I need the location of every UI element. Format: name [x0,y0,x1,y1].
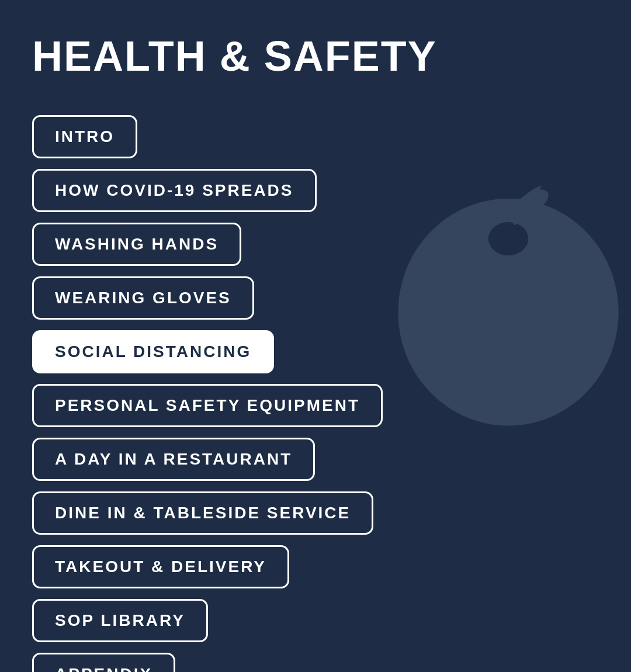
page-container: HEALTH & SAFETY INTROHOW COVID-19 SPREAD… [0,0,631,672]
nav-item-social-distancing[interactable]: SOCIAL DISTANCING [32,330,274,373]
nav-item-sop-library[interactable]: SOP LIBRARY [32,599,208,642]
nav-item-intro[interactable]: INTRO [32,115,137,158]
nav-item-dine-in-tableside-service[interactable]: DINE IN & TABLESIDE SERVICE [32,491,373,535]
nav-item-washing-hands[interactable]: WASHING HANDS [32,223,241,266]
nav-item-how-covid-spreads[interactable]: HOW COVID-19 SPREADS [32,169,317,212]
page-title: HEALTH & SAFETY [32,32,599,80]
page-header: HEALTH & SAFETY [0,0,631,98]
nav-item-appendix[interactable]: APPENDIX [32,653,175,672]
nav-item-a-day-in-a-restaurant[interactable]: A DAY IN A RESTAURANT [32,438,315,481]
nav-item-personal-safety-equipment[interactable]: PERSONAL SAFETY EQUIPMENT [32,384,383,427]
nav-list: INTROHOW COVID-19 SPREADSWASHING HANDSWE… [0,98,631,672]
nav-item-wearing-gloves[interactable]: WEARING GLOVES [32,276,254,320]
nav-item-takeout-delivery[interactable]: TAKEOUT & DELIVERY [32,545,289,588]
